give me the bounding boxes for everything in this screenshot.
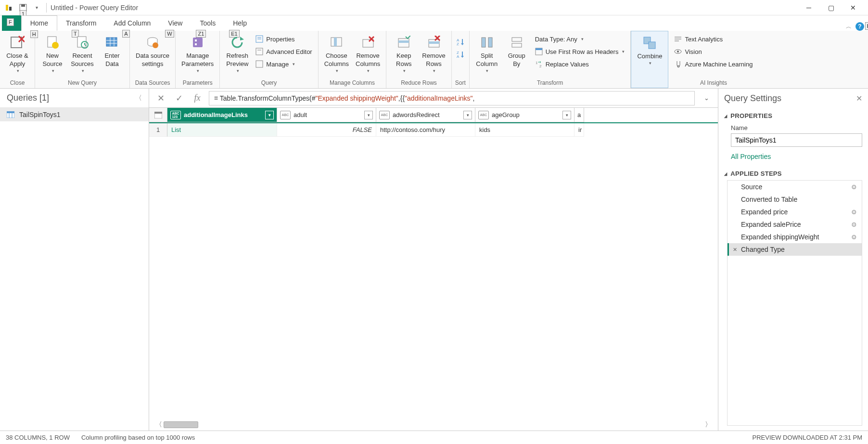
azure-ml-button[interactable]: Azure Machine Learning <box>671 58 755 70</box>
scroll-left-icon[interactable]: 〈 <box>154 420 164 429</box>
recent-sources-button[interactable]: Recent Sources <box>68 33 97 76</box>
cancel-formula-button[interactable]: ✕ <box>154 91 167 105</box>
properties-section-header[interactable]: PROPERTIES <box>724 109 862 122</box>
enter-data-button[interactable]: Enter Data <box>98 33 127 70</box>
column-filter-icon[interactable]: ▾ <box>463 111 472 119</box>
choose-columns-button[interactable]: Choose Columns <box>321 33 352 76</box>
data-type-button[interactable]: Data Type: Any <box>532 33 628 45</box>
divider <box>46 3 47 13</box>
applied-step[interactable]: Converted to Table <box>728 193 862 206</box>
close-apply-button[interactable]: Close & Apply <box>3 33 32 76</box>
group-by-icon <box>509 35 524 50</box>
advanced-editor-button[interactable]: Advanced Editor <box>253 45 315 58</box>
button-label: Keep Rows <box>396 52 412 68</box>
advanced-editor-icon <box>255 48 263 55</box>
scroll-right-icon[interactable]: 〉 <box>703 420 713 429</box>
help-icon[interactable]: ? E2 <box>855 22 864 31</box>
maximize-button[interactable]: ▢ <box>820 0 842 15</box>
button-label: Vision <box>685 48 702 55</box>
queries-title: Queries [1] <box>7 93 49 103</box>
table-cell[interactable]: ir <box>574 123 584 137</box>
tab-view[interactable]: View W <box>159 15 191 31</box>
tab-label: Add Column <box>114 19 151 27</box>
table-cell[interactable]: http://contoso.com/hury <box>376 123 475 137</box>
qat-dropdown-icon[interactable]: ▾ <box>31 2 42 13</box>
column-header[interactable]: ABCadult▾ <box>277 108 376 122</box>
new-source-button[interactable]: New Source <box>38 33 67 76</box>
grid-corner[interactable] <box>149 108 167 122</box>
applied-steps-header[interactable]: APPLIED STEPS <box>724 167 862 180</box>
remove-rows-button[interactable]: Remove Rows <box>419 33 448 76</box>
applied-step[interactable]: Expanded price <box>728 206 862 218</box>
tab-home[interactable]: Home H <box>21 15 57 31</box>
combine-button[interactable]: Combine <box>634 33 665 68</box>
remove-columns-button[interactable]: Remove Columns <box>353 33 383 76</box>
group-by-button[interactable]: Group By <box>502 33 531 70</box>
applied-step[interactable]: Expanded shippingWeight <box>728 231 862 243</box>
column-type-icon[interactable]: ABC 123 <box>170 111 181 119</box>
table-cell[interactable]: FALSE <box>277 123 376 137</box>
replace-values-button[interactable]: 12Replace Values <box>532 58 628 70</box>
azure-ml-icon <box>674 60 682 68</box>
vision-button[interactable]: Vision <box>671 45 755 58</box>
all-properties-link[interactable]: All Properties <box>731 153 862 160</box>
collapse-queries-icon[interactable]: 〈 <box>135 94 142 103</box>
text-analytics-button[interactable]: Text Analytics <box>671 33 755 45</box>
formula-input[interactable]: = Table.TransformColumnTypes(#"Expanded … <box>209 91 695 105</box>
keep-rows-button[interactable]: Keep Rows <box>389 33 418 76</box>
first-row-headers-button[interactable]: Use First Row as Headers <box>532 45 628 58</box>
column-type-icon[interactable]: ABC <box>478 111 489 119</box>
table-cell[interactable]: List <box>167 123 277 137</box>
window-title: Untitled - Power Query Editor <box>51 4 798 12</box>
button-label: Replace Values <box>546 61 589 68</box>
close-settings-icon[interactable]: ✕ <box>856 94 862 103</box>
manage-button[interactable]: Manage <box>253 58 315 70</box>
applied-step[interactable]: Source <box>728 181 862 193</box>
data-source-settings-button[interactable]: Data source settings <box>133 33 172 70</box>
applied-step[interactable]: Expanded salePrice <box>728 218 862 231</box>
split-column-button[interactable]: Split Column <box>472 33 501 76</box>
tab-help[interactable]: Help E1 <box>224 15 255 31</box>
manage-parameters-button[interactable]: Manage Parameters <box>179 33 217 76</box>
tab-transform[interactable]: Transform T <box>57 15 105 31</box>
tab-tools[interactable]: Tools Z1 <box>191 15 224 31</box>
applied-step[interactable]: Changed Type <box>728 243 862 256</box>
close-apply-icon <box>10 35 25 50</box>
query-item[interactable]: TailSpinToys1 <box>0 108 149 121</box>
button-label: New Source <box>42 52 62 68</box>
column-filter-icon[interactable]: ▾ <box>562 111 571 119</box>
refresh-preview-button[interactable]: Refresh Preview <box>223 33 252 76</box>
close-button[interactable]: ✕ <box>842 0 864 15</box>
column-header[interactable]: ABCageGroup▾ <box>475 108 574 122</box>
table-row[interactable]: 1ListFALSEhttp://contoso.com/hurykidsir <box>149 123 718 137</box>
table-cell[interactable]: kids <box>475 123 574 137</box>
properties-button[interactable]: Properties <box>253 33 315 45</box>
column-header[interactable]: ABC 123additionalImageLinks▾ <box>167 108 277 122</box>
column-header[interactable]: a <box>574 108 584 122</box>
horizontal-scrollbar[interactable]: 〈 〉 <box>149 419 718 431</box>
tab-file[interactable]: Fi F <box>2 15 21 31</box>
row-number[interactable]: 1 <box>149 123 167 137</box>
column-header[interactable]: ABCadwordsRedirect▾ <box>376 108 475 122</box>
svg-rect-21 <box>195 39 197 41</box>
column-filter-icon[interactable]: ▾ <box>265 111 274 119</box>
ribbon: Close & Apply Close New Source Recent So… <box>0 31 868 89</box>
sort-asc-button[interactable]: AZ <box>455 36 466 48</box>
expand-formula-icon[interactable]: ⌄ <box>700 91 713 105</box>
column-type-icon[interactable]: ABC <box>379 111 390 119</box>
column-name: a <box>577 111 581 118</box>
column-type-icon[interactable]: ABC <box>280 111 291 119</box>
svg-rect-58 <box>649 42 655 49</box>
fx-icon[interactable]: fx <box>191 91 204 105</box>
qat-save-icon[interactable]: 1 <box>17 2 29 13</box>
column-filter-icon[interactable]: ▾ <box>364 111 373 119</box>
query-name-input[interactable] <box>731 133 862 147</box>
scroll-thumb[interactable] <box>164 421 198 428</box>
formula-text: ,{{ <box>398 94 405 102</box>
collapse-ribbon-icon[interactable]: ︿ <box>846 23 852 31</box>
minimize-button[interactable]: ─ <box>798 0 820 15</box>
tab-add-column[interactable]: Add Column A <box>105 15 159 31</box>
sort-desc-button[interactable]: ZA <box>455 48 466 61</box>
accept-formula-button[interactable]: ✓ <box>172 91 186 105</box>
svg-rect-20 <box>193 38 203 47</box>
